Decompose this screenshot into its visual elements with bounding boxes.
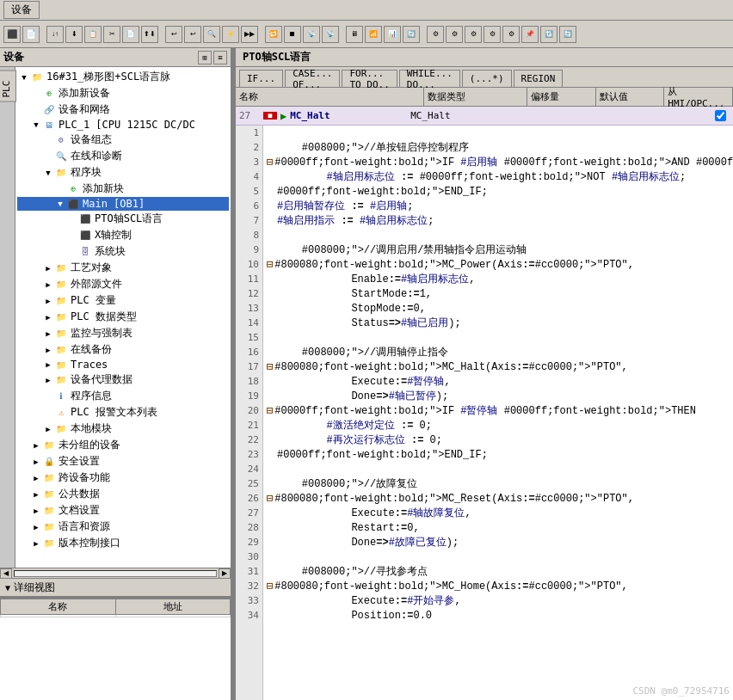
tree-item-main-ob1[interactable]: ▼ ⬛ Main [OB1]: [17, 197, 229, 211]
expand-icon-plcvar[interactable]: ▶: [43, 296, 53, 306]
toolbar-btn-21[interactable]: 🔄: [403, 26, 420, 43]
code-line-16[interactable]: #008000;">//调用轴停止指令: [267, 345, 730, 359]
toolbar-btn-12[interactable]: ⚡: [222, 26, 239, 43]
expand-icon-onlinebak[interactable]: ▶: [43, 345, 53, 355]
tree-item-pto-scl[interactable]: ⬛ PTO轴SCL语言: [17, 211, 229, 227]
tree-item-programs[interactable]: ▼ 📁 程序块: [17, 164, 229, 181]
toolbar-btn-16[interactable]: 📡: [303, 26, 320, 43]
tree-item-ext-source[interactable]: ▶ 📁 外部源文件: [17, 276, 229, 292]
code-line-22[interactable]: #再次运行标志位 := 0;: [267, 433, 730, 447]
scroll-left-btn[interactable]: ◀: [0, 568, 12, 579]
code-line-11[interactable]: Enable:=#轴启用标志位,: [267, 272, 730, 286]
code-line-13[interactable]: StopMode:=0,: [267, 301, 730, 316]
code-line-23[interactable]: #0000ff;font-weight:bold;">END_IF;: [267, 447, 730, 462]
tree-item-online-diag[interactable]: 🔍 在线和诊断: [17, 148, 229, 164]
expand-icon-plctype[interactable]: ▶: [43, 312, 53, 322]
toolbar-btn-4[interactable]: ⬇: [65, 26, 83, 43]
toolbar-btn-6[interactable]: ✂: [103, 26, 120, 43]
code-line-12[interactable]: StartMode:=1,: [267, 286, 730, 301]
expand-icon-plc1[interactable]: ▼: [31, 120, 41, 130]
tree-item-version-ctrl[interactable]: ▶ 📁 版本控制接口: [17, 535, 229, 551]
toolbar-btn-19[interactable]: 📶: [365, 26, 382, 43]
tree-item-device-proxy[interactable]: ▶ 📁 设备代理数据: [17, 371, 229, 388]
toolbar-btn-15[interactable]: ⏹: [284, 26, 301, 43]
expand-icon-monitor[interactable]: ▶: [43, 329, 53, 339]
expand-icon-ungrouped[interactable]: ▶: [31, 440, 41, 451]
detail-view-collapse[interactable]: ▼ 详细视图: [0, 578, 231, 597]
code-line-3[interactable]: ⊟#0000ff;font-weight:bold;">IF #启用轴 #000…: [267, 155, 730, 169]
code-line-26[interactable]: ⊟#800080;font-weight:bold;">MC_Reset(Axi…: [267, 491, 730, 506]
expand-icon-programs[interactable]: ▼: [43, 168, 53, 178]
tree-item-add-device[interactable]: ⊕ 添加新设备: [17, 85, 229, 101]
tab-while[interactable]: WHILE...DO...: [399, 70, 460, 87]
toolbar-btn-23[interactable]: ⚙: [446, 26, 463, 43]
expand-icon-tempfunc[interactable]: ▶: [31, 473, 41, 483]
tree-item-root[interactable]: ▼ 📁 16#31_梯形图+SCL语言脉: [17, 69, 229, 85]
toolbar-btn-9[interactable]: ↩: [165, 26, 182, 43]
expand-icon-pubdata[interactable]: ▶: [31, 489, 41, 500]
toolbar-btn-14[interactable]: 🔁: [265, 26, 282, 43]
code-line-2[interactable]: #008000;">//单按钮启停控制程序: [267, 140, 730, 155]
code-line-14[interactable]: Status=>#轴已启用);: [267, 316, 730, 330]
toolbar-btn-2[interactable]: 📄: [22, 26, 40, 43]
code-line-20[interactable]: ⊟#0000ff;font-weight:bold;">IF #暂停轴 #000…: [267, 403, 730, 418]
tree-item-ungrouped[interactable]: ▶ 📁 未分组的设备: [17, 437, 229, 453]
tree-item-local-module[interactable]: ▶ 📁 本地模块: [17, 421, 229, 437]
code-line-25[interactable]: #008000;">//故障复位: [267, 476, 730, 491]
toolbar-btn-5[interactable]: 📋: [84, 26, 102, 43]
tree-item-network[interactable]: 🔗 设备和网络: [17, 101, 229, 118]
code-line-5[interactable]: #0000ff;font-weight:bold;">END_IF;: [267, 184, 730, 199]
code-line-18[interactable]: Execute:=#暂停轴,: [267, 374, 730, 389]
tree-item-lang-res[interactable]: ▶ 📁 语言和资源: [17, 519, 229, 535]
tree-item-plc-alarm[interactable]: ⚠ PLC 报警文本列表: [17, 404, 229, 421]
sidebar-icon-grid[interactable]: ⊞: [198, 51, 212, 64]
tab-for[interactable]: FOR...TO DO..: [342, 70, 397, 87]
toolbar-btn-22[interactable]: ⚙: [427, 26, 444, 43]
expand-icon-extsrc[interactable]: ▶: [43, 279, 53, 290]
tree-item-plc-type[interactable]: ▶ 📁 PLC 数据类型: [17, 309, 229, 325]
toolbar-btn-1[interactable]: ⬛: [3, 26, 21, 43]
tree-item-x-ctrl[interactable]: ⬛ X轴控制: [17, 227, 229, 243]
toolbar-btn-18[interactable]: 🖥: [346, 26, 363, 43]
code-line-4[interactable]: #轴启用标志位 := #0000ff;font-weight:bold;">NO…: [267, 169, 730, 184]
code-line-31[interactable]: #008000;">//寻找参考点: [267, 564, 730, 579]
tree-item-security[interactable]: ▶ 🔒 安全设置: [17, 453, 229, 470]
expand-icon-main[interactable]: ▼: [55, 199, 65, 209]
expand-icon-security[interactable]: ▶: [31, 457, 41, 467]
toolbar-btn-3[interactable]: ↓↑: [46, 26, 64, 43]
expand-icon-techobj[interactable]: ▶: [43, 263, 53, 273]
toolbar-btn-24[interactable]: ⚙: [465, 26, 482, 43]
toolbar-btn-10[interactable]: ↩: [184, 26, 201, 43]
tab-case[interactable]: CASE...OF...: [285, 70, 340, 87]
code-line-28[interactable]: Restart:=0,: [267, 520, 730, 535]
code-line-27[interactable]: Execute:=#轴故障复位,: [267, 506, 730, 520]
code-line-15[interactable]: [267, 330, 730, 345]
expand-icon-traces[interactable]: ▶: [43, 359, 53, 370]
tree-item-monitor[interactable]: ▶ 📁 监控与强制表: [17, 325, 229, 341]
code-line-7[interactable]: #轴启用指示 := #轴启用标志位;: [267, 213, 730, 228]
code-line-6[interactable]: #启用轴暂存位 := #启用轴;: [267, 199, 730, 213]
toolbar-btn-26[interactable]: ⚙: [502, 26, 520, 43]
code-line-9[interactable]: #008000;">//调用启用/禁用轴指令启用运动轴: [267, 243, 730, 257]
toolbar-btn-11[interactable]: 🔍: [203, 26, 220, 43]
code-line-17[interactable]: ⊟#800080;font-weight:bold;">MC_Halt(Axis…: [267, 359, 730, 374]
tree-item-traces[interactable]: ▶ 📁 Traces: [17, 358, 229, 371]
code-line-30[interactable]: [267, 550, 730, 564]
toolbar-btn-29[interactable]: 🔄: [559, 26, 576, 43]
expand-icon-devproxy[interactable]: ▶: [43, 375, 53, 385]
code-line-29[interactable]: Done=>#故障已复位);: [267, 535, 730, 550]
tree-item-sys-block[interactable]: 🗄 系统块: [17, 243, 229, 260]
scroll-track[interactable]: [14, 570, 217, 577]
tree-item-add-block[interactable]: ⊕ 添加新块: [17, 181, 229, 197]
toolbar-btn-17[interactable]: 📡: [322, 26, 339, 43]
tree-item-plc-var[interactable]: ▶ 📁 PLC 变量: [17, 292, 229, 309]
plc-devices-tab[interactable]: PLC 设备: [0, 71, 16, 102]
tab-comment[interactable]: (...*): [462, 70, 512, 87]
code-line-1[interactable]: [267, 126, 730, 140]
scroll-right-btn[interactable]: ▶: [219, 568, 231, 579]
code-line-24[interactable]: [267, 462, 730, 476]
toolbar-btn-27[interactable]: 📌: [521, 26, 539, 43]
tab-if[interactable]: IF...: [239, 70, 283, 87]
tree-item-public-data[interactable]: ▶ 📁 公共数据: [17, 486, 229, 502]
tree-item-prog-info[interactable]: ℹ 程序信息: [17, 388, 229, 404]
